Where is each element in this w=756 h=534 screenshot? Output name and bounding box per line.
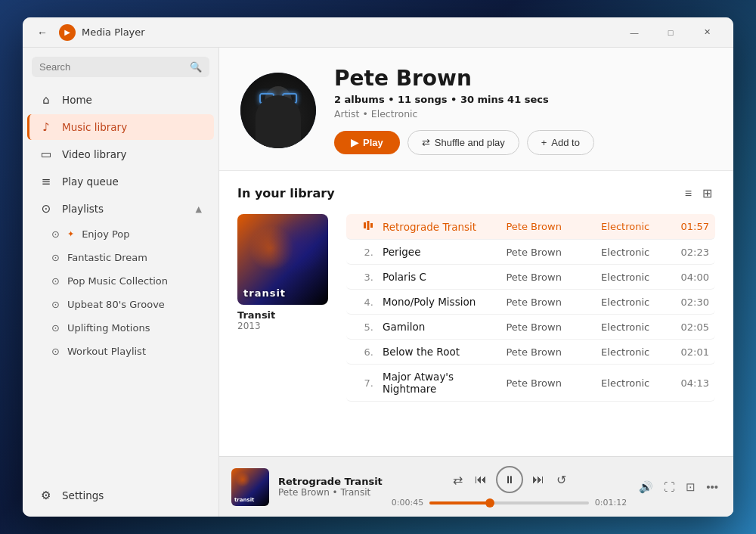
playlist-item-uplifting-motions[interactable]: ⊙ Uplifting Motions [27,317,214,339]
playlist-item-enjoy-pop-label: Enjoy Pop [82,228,129,240]
artist-header: Pete Brown 2 albums • 11 songs • 30 mins… [219,48,733,171]
album-cover: transit [237,214,328,305]
app-icon: ▶ [59,24,76,41]
window-controls: — □ ✕ [617,20,724,45]
playlist-item-pop-music-collection[interactable]: ⊙ Pop Music Collection [27,270,214,292]
more-button[interactable]: ••• [703,477,721,496]
app-window: ← ▶ Media Player — □ ✕ 🔍 ⌂ Home ♪ Music … [23,17,733,517]
table-row[interactable]: 3. Polaris C Pete Brown Electronic 04:00 [346,265,715,290]
fullscreen-button[interactable]: ⛶ [661,477,678,496]
album-cover-text: transit [243,287,286,299]
sidebar-item-queue-label: Play queue [62,175,119,188]
pause-button[interactable]: ⏸ [496,466,523,493]
player-info: Retrograde Transit Pete Brown • Transit [278,476,383,498]
search-icon: 🔍 [190,61,202,73]
song-genre-5: Electronic [601,321,670,333]
song-artist-6: Pete Brown [506,346,592,358]
library-header: In your library ≡ ⊞ [237,183,715,203]
song-duration-7: 04:13 [679,377,709,389]
sidebar-item-music-library[interactable]: ♪ Music library [27,114,214,140]
song-title-1: Retrograde Transit [383,221,497,233]
sidebar-item-play-queue[interactable]: ≡ Play queue [27,169,214,194]
maximize-button[interactable]: □ [653,20,688,45]
playlists-label: Playlists [62,203,104,215]
video-icon: ▭ [39,147,53,161]
song-genre-6: Electronic [601,346,670,358]
song-genre-7: Electronic [601,377,670,389]
time-current: 0:00:45 [392,498,423,508]
playlist-item-fantastic-dream[interactable]: ⊙ Fantastic Dream [27,247,214,269]
library-content: transit Transit 2013 Retrograde Transit [237,214,715,402]
song-duration-1: 01:57 [679,221,709,232]
song-genre-3: Electronic [601,272,670,283]
sidebar-item-home[interactable]: ⌂ Home [27,87,214,113]
song-number-3: 3. [352,272,373,283]
app-title: Media Player [82,26,145,38]
progress-row: 0:00:45 0:01:12 [392,498,627,508]
sidebar: 🔍 ⌂ Home ♪ Music library ▭ Video library… [23,48,219,517]
song-genre-2: Electronic [601,247,670,258]
search-input[interactable] [39,61,185,73]
sidebar-item-video-library[interactable]: ▭ Video library [27,141,214,167]
svg-rect-0 [364,222,366,228]
repeat-button[interactable]: ↺ [553,470,569,490]
song-artist-1: Pete Brown [506,221,592,232]
music-icon: ♪ [39,120,53,134]
album-card[interactable]: transit Transit 2013 [237,214,328,331]
table-row[interactable]: 6. Below the Root Pete Brown Electronic … [346,340,715,365]
sidebar-bottom: ⚙ Settings [23,483,218,517]
play-button[interactable]: ▶ Play [334,131,400,154]
playlist-item-workout[interactable]: ⊙ Workout Playlist [27,340,214,362]
table-row[interactable]: 2. Perigee Pete Brown Electronic 02:23 [346,240,715,265]
table-row[interactable]: 5. Gamilon Pete Brown Electronic 02:05 [346,315,715,340]
plus-icon: + [541,137,547,148]
playlist-icon-fantastic-dream: ⊙ [51,252,60,263]
artist-actions: ▶ Play ⇄ Shuffle and play + Add to [334,130,712,155]
shuffle-ctrl-button[interactable]: ⇄ [450,470,466,490]
song-title-6: Below the Root [383,346,497,358]
sidebar-item-music-label: Music library [62,121,127,133]
player-thumb-text: transit [234,497,254,503]
home-icon: ⌂ [39,93,53,107]
playlist-icon-uplifting: ⊙ [51,322,60,334]
playlists-header[interactable]: ⊙ Playlists ▲ [27,196,214,222]
grid-view-button[interactable]: ⊞ [699,183,715,203]
shuffle-button[interactable]: ⇄ Shuffle and play [407,130,519,155]
volume-button[interactable]: 🔊 [636,477,656,497]
back-button[interactable]: ← [32,22,53,43]
star-icon: ✦ [67,229,74,239]
song-number-2: 2. [352,247,373,258]
progress-thumb [485,498,494,508]
playlist-item-upbeat-80s[interactable]: ⊙ Upbeat 80's Groove [27,293,214,315]
chevron-up-icon: ▲ [196,204,202,214]
player-center: ⇄ ⏮ ⏸ ⏭ ↺ 0:00:45 0:01:12 [392,466,627,508]
progress-fill [429,501,490,505]
addto-button[interactable]: + Add to [527,130,594,155]
song-number-5: 5. [352,321,373,333]
playlists-header-left: ⊙ Playlists [39,202,104,216]
table-row[interactable]: Retrograde Transit Pete Brown Electronic… [346,214,715,240]
close-button[interactable]: ✕ [689,20,724,45]
next-button[interactable]: ⏭ [529,470,547,489]
list-view-button[interactable]: ≡ [682,183,695,203]
prev-button[interactable]: ⏮ [472,470,490,489]
table-row[interactable]: 4. Mono/Poly Mission Pete Brown Electron… [346,290,715,315]
song-duration-2: 02:23 [679,247,709,258]
playlist-icon-workout: ⊙ [51,346,60,357]
cast-button[interactable]: ⊡ [683,477,699,497]
song-title-3: Polaris C [383,271,497,283]
sidebar-item-home-label: Home [62,94,92,106]
play-icon: ▶ [351,137,358,148]
progress-bar[interactable] [429,501,589,505]
artist-genre: Artist • Electronic [334,108,712,120]
main-area: 🔍 ⌂ Home ♪ Music library ▭ Video library… [23,48,733,517]
player-right-controls: 🔊 ⛶ ⊡ ••• [636,477,721,497]
search-box[interactable]: 🔍 [32,57,209,77]
sidebar-item-settings[interactable]: ⚙ Settings [27,483,214,508]
minimize-button[interactable]: — [617,20,652,45]
table-row[interactable]: 7. Major Atway's Nightmare Pete Brown El… [346,365,715,402]
settings-icon: ⚙ [39,489,53,502]
song-artist-7: Pete Brown [506,377,592,389]
queue-icon: ≡ [39,175,53,188]
playlist-item-enjoy-pop[interactable]: ⊙ ✦ Enjoy Pop [27,223,214,245]
